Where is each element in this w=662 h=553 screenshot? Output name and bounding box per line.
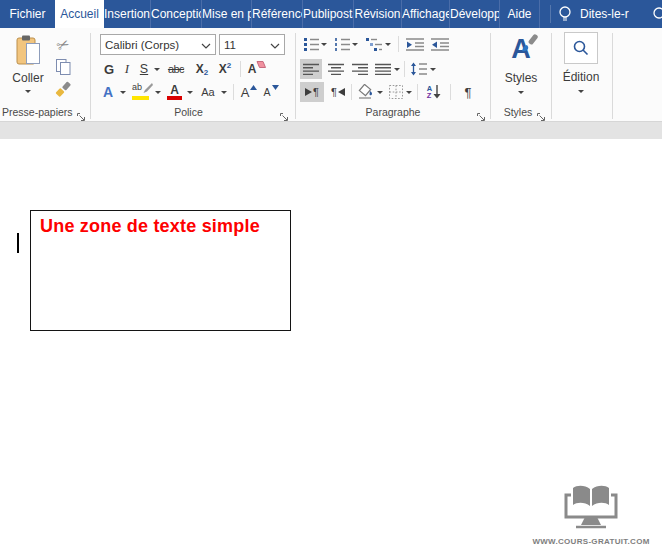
- numbering-button[interactable]: [333, 34, 351, 54]
- underline-dropdown-icon[interactable]: [154, 68, 160, 71]
- multilevel-dropdown-icon[interactable]: [385, 43, 391, 46]
- magnifier-icon: [572, 39, 590, 57]
- bold-button[interactable]: G: [100, 59, 118, 79]
- align-left-icon: [303, 63, 320, 76]
- font-color-bar: [167, 96, 182, 100]
- line-spacing-icon: [410, 62, 428, 76]
- change-case-button[interactable]: Aa: [196, 82, 220, 102]
- subscript-mark: 2: [204, 68, 208, 77]
- superscript-base: X: [219, 62, 227, 76]
- paste-button[interactable]: Coller: [6, 33, 50, 105]
- sort-button[interactable]: A Z: [423, 82, 445, 102]
- word-window: Fichier Accueil Insertion Conception Mis…: [0, 0, 662, 553]
- format-painter-button[interactable]: [52, 80, 74, 100]
- divider: [398, 36, 399, 52]
- text-box[interactable]: Une zone de texte simple: [30, 210, 291, 331]
- subscript-button[interactable]: X2: [191, 59, 213, 79]
- tab-developpeur[interactable]: Développeur: [450, 0, 500, 28]
- editing-button-label: Édition: [563, 70, 600, 84]
- show-hide-formatting-button[interactable]: ¶: [458, 82, 478, 102]
- tab-publipostage[interactable]: Publipostage: [303, 0, 354, 28]
- cours-gratuit-logo-icon: [559, 483, 623, 531]
- group-divider: [551, 33, 552, 119]
- editing-dropdown-icon: [578, 90, 584, 93]
- tab-references[interactable]: Références: [252, 0, 303, 28]
- align-left-button[interactable]: [300, 59, 322, 79]
- styles-button[interactable]: A Styles: [496, 32, 546, 104]
- justify-dropdown-icon[interactable]: [394, 68, 400, 71]
- multilevel-list-button[interactable]: [364, 34, 384, 54]
- tab-mise-en-page[interactable]: Mise en page: [202, 0, 252, 28]
- tab-conception[interactable]: Conception: [151, 0, 202, 28]
- underline-button[interactable]: S: [136, 59, 152, 79]
- superscript-button[interactable]: X2: [214, 59, 236, 79]
- paragraph-dialog-launcher[interactable]: [476, 109, 487, 120]
- copy-button[interactable]: [52, 58, 74, 76]
- sort-z: Z: [427, 92, 432, 99]
- align-center-button[interactable]: [325, 59, 347, 79]
- shading-button[interactable]: [356, 82, 376, 102]
- divider: [417, 84, 418, 100]
- highlight-dropdown-icon[interactable]: [155, 91, 161, 94]
- text-box-content: Une zone de texte simple: [40, 216, 290, 237]
- chevron-down-icon: [201, 39, 211, 51]
- font-size-combobox[interactable]: 11: [219, 34, 285, 55]
- text-cursor: [17, 233, 19, 253]
- search-icon[interactable]: [652, 6, 662, 26]
- align-right-button[interactable]: [349, 59, 371, 79]
- tab-revision[interactable]: Révision: [354, 0, 402, 28]
- tab-fichier[interactable]: Fichier: [0, 0, 55, 28]
- find-icon-box: [564, 32, 598, 64]
- paint-bucket-icon: [357, 84, 375, 100]
- text-effects-dropdown-icon[interactable]: [120, 91, 126, 94]
- divider: [351, 84, 352, 100]
- decrease-indent-button[interactable]: [404, 34, 426, 54]
- justify-button[interactable]: [373, 59, 393, 79]
- divider: [550, 5, 551, 23]
- font-color-dropdown-icon[interactable]: [187, 91, 193, 94]
- watermark: WWW.COURS-GRATUIT.COM: [520, 483, 662, 546]
- rtl-direction-button[interactable]: ¶: [327, 82, 349, 102]
- styles-button-label: Styles: [505, 71, 538, 85]
- change-case-dropdown-icon[interactable]: [221, 91, 227, 94]
- cut-button[interactable]: ✂: [49, 32, 77, 58]
- clear-formatting-button[interactable]: A: [245, 59, 269, 79]
- borders-dropdown-icon[interactable]: [406, 91, 412, 94]
- tab-aide[interactable]: Aide: [500, 0, 540, 28]
- divider: [240, 61, 241, 77]
- subscript-base: X: [196, 62, 204, 76]
- font-color-button[interactable]: A: [164, 82, 185, 102]
- font-name-combobox[interactable]: Calibri (Corps): [100, 34, 216, 55]
- line-spacing-dropdown-icon[interactable]: [430, 68, 436, 71]
- tab-affichage[interactable]: Affichage: [402, 0, 450, 28]
- grow-font-button[interactable]: A: [239, 82, 259, 102]
- styles-dialog-launcher[interactable]: [536, 109, 547, 120]
- bullets-dropdown-icon[interactable]: [321, 43, 327, 46]
- increase-indent-button[interactable]: [429, 34, 451, 54]
- group-divider: [490, 33, 491, 119]
- tab-accueil[interactable]: Accueil: [55, 0, 104, 28]
- shading-dropdown-icon[interactable]: [377, 91, 383, 94]
- italic-button[interactable]: I: [119, 59, 135, 79]
- strikethrough-button[interactable]: abc: [163, 59, 189, 79]
- tab-insertion[interactable]: Insertion: [104, 0, 151, 28]
- divider: [450, 84, 451, 100]
- clipboard-dialog-launcher[interactable]: [76, 109, 87, 120]
- ltr-arrow-icon: [305, 88, 312, 96]
- line-spacing-button[interactable]: [409, 59, 429, 79]
- numbering-dropdown-icon[interactable]: [352, 43, 358, 46]
- bullets-button[interactable]: [302, 34, 320, 54]
- editing-button[interactable]: Édition: [554, 32, 608, 104]
- shrink-font-button[interactable]: A: [261, 82, 281, 102]
- tell-me-box[interactable]: Dites-le-r: [580, 0, 629, 28]
- multilevel-list-icon: [365, 37, 383, 51]
- font-dialog-launcher[interactable]: [279, 109, 290, 120]
- watermark-text: WWW.COURS-GRATUIT.COM: [520, 537, 662, 546]
- ltr-direction-button[interactable]: ¶: [300, 82, 324, 102]
- highlight-color-button[interactable]: ab: [130, 82, 153, 102]
- grow-font-letter: A: [241, 85, 250, 100]
- text-effects-button[interactable]: A: [97, 82, 119, 102]
- borders-button[interactable]: [387, 82, 405, 102]
- superscript-mark: 2: [227, 61, 231, 70]
- highlight-color-bar: [132, 96, 149, 101]
